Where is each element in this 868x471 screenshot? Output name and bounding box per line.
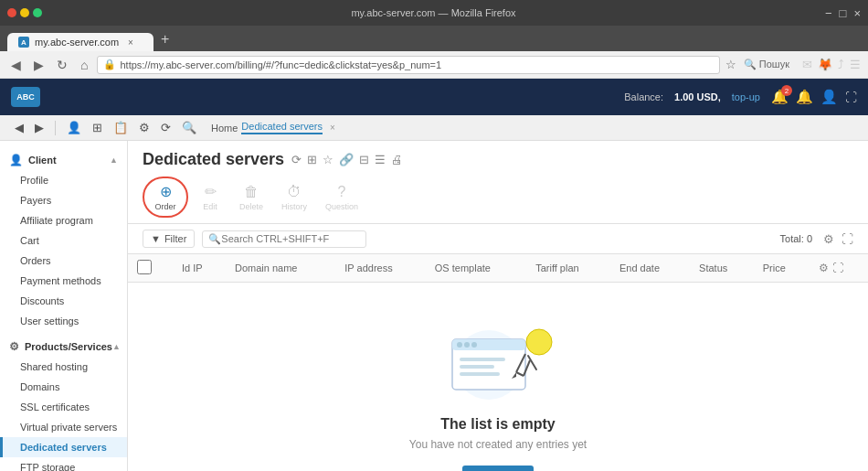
order-icon: ⊕ [160, 183, 172, 200]
order-button[interactable]: ⊕ Order [147, 179, 184, 215]
sidebar-item-cart[interactable]: Cart [0, 230, 127, 251]
breadcrumb-home[interactable]: Home [211, 123, 238, 134]
share-icon[interactable]: ⤴ [838, 58, 844, 71]
main-content: 👤 Client ▲ Profile Payers Affiliate prog… [0, 141, 868, 471]
nav-icon-2[interactable]: ⊞ [89, 119, 106, 136]
breadcrumb-close[interactable]: × [330, 123, 335, 133]
window-close[interactable] [7, 8, 16, 17]
edit-icon: ✏ [205, 183, 217, 200]
edit-button[interactable]: ✏ Edit [192, 179, 228, 215]
browser-tab[interactable]: A my.abc-server.com × [7, 33, 153, 51]
notifications[interactable]: 🔔 2 [771, 89, 789, 105]
delete-label: Delete [239, 202, 263, 211]
settings-icon[interactable]: 🔔 [796, 89, 813, 105]
question-label: Question [325, 202, 358, 211]
sidebar-item-user-settings[interactable]: User settings [0, 311, 127, 331]
sidebar-item-ssl[interactable]: SSL certificates [0, 397, 127, 417]
sidebar-item-orders[interactable]: Orders [0, 251, 127, 271]
nav-icon-1[interactable]: 👤 [63, 119, 85, 136]
products-chevron: ▲ [112, 342, 121, 351]
tab-bar: A my.abc-server.com × + [0, 26, 868, 51]
nav-bar: ◀ ▶ ↻ ⌂ 🔒 https://my.abc-server.com/bill… [0, 51, 868, 79]
restore-icon[interactable]: □ [840, 6, 847, 20]
link-icon[interactable]: 🔗 [339, 153, 354, 166]
top-up-link[interactable]: top-up [732, 91, 760, 102]
history-label: History [281, 202, 307, 211]
star-icon[interactable]: ☆ [323, 153, 333, 166]
new-tab-btn[interactable]: + [153, 27, 176, 51]
col-price: Price [754, 254, 810, 283]
back-btn[interactable]: ◀ [7, 56, 25, 74]
table-settings-icon[interactable]: ⚙ [823, 232, 834, 246]
sidebar-item-ftp[interactable]: FTP storage [0, 457, 127, 471]
browser-nav-icons: ☆ 🔍 Пошук [725, 58, 789, 71]
forward-btn[interactable]: ▶ [30, 56, 48, 74]
refresh-title-icon[interactable]: ⟳ [291, 153, 302, 166]
user-icon[interactable]: 👤 [820, 89, 838, 105]
minimize-icon[interactable]: − [825, 6, 832, 20]
logo: ABC [11, 87, 40, 107]
nav-forward[interactable]: ▶ [31, 119, 48, 136]
nav-icon-3[interactable]: 📋 [110, 119, 132, 136]
sidebar-item-affiliate[interactable]: Affiliate program [0, 210, 127, 230]
print-icon[interactable]: 🖨 [391, 153, 403, 166]
home-btn[interactable]: ⌂ [77, 56, 91, 74]
sidebar-item-dedicated[interactable]: Dedicated servers [0, 437, 127, 457]
col-enddate: End date [610, 254, 690, 283]
select-all-checkbox[interactable] [137, 260, 152, 274]
sidebar-section-products: ⚙ Products/Services ▲ Shared hosting Dom… [0, 335, 127, 471]
empty-order-button[interactable]: Order [462, 466, 535, 471]
window-icons: − □ × [825, 6, 861, 20]
delete-button[interactable]: 🗑 Delete [232, 180, 270, 215]
close-icon[interactable]: × [853, 6, 861, 20]
order-btn-highlight: ⊕ Order [143, 177, 188, 218]
expand-icon[interactable]: ⛶ [845, 91, 857, 104]
question-button[interactable]: ? Question [318, 180, 365, 215]
nav-icon-4[interactable]: ⚙ [135, 119, 153, 136]
search-icon: 🔍 [208, 233, 221, 245]
nav-back[interactable]: ◀ [11, 119, 27, 136]
filter-button[interactable]: ▼ Filter [143, 230, 195, 248]
ff-icon[interactable]: 🦊 [818, 58, 832, 71]
edit-label: Edit [203, 202, 217, 211]
sidebar-item-shared-hosting[interactable]: Shared hosting [0, 357, 127, 377]
history-button[interactable]: ⏱ History [274, 180, 314, 215]
col-tariff: Tariff plan [526, 254, 610, 283]
notification-badge: 2 [781, 85, 792, 96]
bookmark-icon[interactable]: ☆ [725, 58, 736, 71]
nav-icon-6[interactable]: 🔍 [178, 119, 200, 136]
sidebar-products-header[interactable]: ⚙ Products/Services ▲ [0, 335, 127, 357]
menu-icon[interactable]: ☰ [850, 58, 861, 71]
svg-point-9 [526, 329, 552, 355]
sidebar-item-payment-methods[interactable]: Payment methods [0, 271, 127, 291]
col-ip: IP address [335, 254, 425, 283]
search-input[interactable] [221, 233, 358, 244]
search-icon[interactable]: 🔍 Пошук [744, 59, 789, 70]
order-label: Order [154, 202, 175, 211]
empty-subtitle: You have not created any entries yet [409, 438, 587, 451]
refresh-btn[interactable]: ↻ [53, 56, 71, 74]
svg-rect-6 [460, 358, 505, 361]
address-bar[interactable]: 🔒 https://my.abc-server.com/billing/#/?f… [97, 56, 719, 74]
sidebar-item-discounts[interactable]: Discounts [0, 291, 127, 311]
nav-icon-5[interactable]: ⟳ [157, 119, 175, 136]
lock-icon: 🔒 [103, 59, 116, 70]
window-minimize[interactable] [20, 8, 29, 17]
sidebar-item-payers[interactable]: Payers [0, 190, 127, 210]
sidebar-item-profile[interactable]: Profile [0, 170, 127, 190]
col-settings-icon[interactable]: ⚙ [819, 262, 829, 274]
mail-icon[interactable]: ✉ [802, 58, 812, 71]
tab-close-btn[interactable]: × [128, 37, 133, 48]
sidebar-item-vps[interactable]: Virtual private servers [0, 417, 127, 437]
table-expand-icon[interactable]: ⛶ [842, 232, 853, 246]
window-maximize[interactable] [33, 8, 42, 17]
sidebar-client-header[interactable]: 👤 Client ▲ [0, 148, 127, 170]
grid-icon[interactable]: ⊞ [307, 153, 317, 166]
list-icon[interactable]: ☰ [375, 153, 386, 166]
sidebar-products-items: Shared hosting Domains SSL certificates … [0, 357, 127, 471]
layout-icon[interactable]: ⊟ [359, 153, 369, 166]
breadcrumb-current[interactable]: Dedicated servers [241, 121, 323, 134]
col-expand-icon[interactable]: ⛶ [832, 262, 843, 274]
col-actions: ⚙ ⛶ [810, 254, 868, 283]
sidebar-item-domains[interactable]: Domains [0, 377, 127, 397]
